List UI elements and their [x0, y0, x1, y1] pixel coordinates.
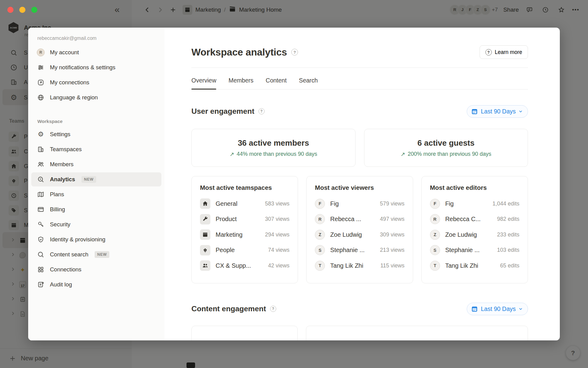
active-guests-card: 6 active guests ↗ 200% more than previou…	[364, 129, 528, 167]
title-divider	[191, 67, 528, 68]
stat-value: 6 active guests	[417, 138, 474, 148]
stat-value: 36 active members	[238, 138, 309, 148]
avatar: R	[315, 214, 325, 224]
settings-nav-notifications[interactable]: My notifications & settings	[31, 60, 161, 75]
list-item[interactable]: People 74 views	[200, 243, 289, 258]
settings-modal: rebeccamcakir@gmail.com R My account My …	[28, 28, 560, 340]
avatar: Z	[430, 230, 440, 240]
home-icon	[200, 198, 210, 209]
avatar: R	[430, 214, 440, 224]
avatar: F	[315, 199, 325, 209]
notion-app: ACME Acme Inc re S U A ⚙ S Teams P C	[0, 0, 588, 368]
tab-search[interactable]: Search	[299, 77, 318, 89]
settings-nav-content-search[interactable]: Content search NEW	[31, 247, 161, 262]
gear-icon: ⚙	[37, 130, 45, 138]
settings-nav-my-account[interactable]: R My account	[31, 45, 161, 59]
help-circle-icon[interactable]: ?	[270, 306, 276, 312]
settings-nav-connections-personal[interactable]: My connections	[31, 75, 161, 90]
date-range-dropdown[interactable]: Last 90 Days	[467, 105, 528, 118]
list-item[interactable]: Marketing 294 views	[200, 227, 289, 243]
analytics-tabs: Overview Members Content Search	[191, 77, 528, 90]
most-active-viewers-card: Most active viewers F Fig 579 views R Re…	[306, 176, 413, 283]
list-item[interactable]: General 583 views	[200, 196, 289, 212]
list-item[interactable]: R Rebecca ... 497 views	[315, 212, 404, 227]
list-item[interactable]: S Stephanie ... 213 views	[315, 243, 404, 258]
clapperboard-icon	[200, 229, 210, 240]
arrow-up-right-box-icon	[37, 79, 45, 86]
new-badge: NEW	[81, 176, 96, 183]
leaderboard-cards: Most active teamspaces General 583 views…	[191, 176, 528, 283]
tab-members[interactable]: Members	[228, 77, 253, 89]
search-icon	[37, 251, 45, 259]
settings-nav-members[interactable]: Members	[31, 157, 161, 171]
help-circle-icon[interactable]: ?	[258, 108, 265, 114]
settings-nav-audit-log[interactable]: Audit log	[31, 278, 161, 292]
calendar-icon	[471, 108, 478, 115]
analytics-search-icon	[37, 175, 45, 183]
list-item[interactable]: Z Zoe Ludwig 233 edits	[430, 227, 519, 243]
workspace-section-label: Workspace	[37, 119, 164, 124]
map-icon	[37, 190, 45, 198]
stat-delta: ↗ 44% more than previous 90 days	[230, 151, 317, 158]
people-icon	[200, 260, 210, 271]
stat-delta: ↗ 200% more than previous 90 days	[401, 151, 491, 158]
partial-card	[191, 326, 298, 340]
settings-content: Workspace analytics ? ? Learn more Overv…	[164, 28, 560, 340]
avatar: S	[430, 245, 440, 255]
zoom-window-button[interactable]	[31, 7, 37, 13]
partial-card	[306, 326, 528, 340]
tab-overview[interactable]: Overview	[191, 77, 216, 89]
flower-icon	[200, 245, 210, 255]
date-range-dropdown[interactable]: Last 90 Days	[467, 303, 528, 315]
page-title: Workspace analytics	[191, 47, 287, 58]
settings-nav-connections[interactable]: Connections	[31, 263, 161, 277]
list-item[interactable]: T Tang Lik Zhi 65 edits	[430, 258, 519, 274]
content-engagement-cards	[191, 326, 528, 340]
grid-icon	[37, 266, 45, 274]
user-engagement-heading: User engagement	[191, 107, 254, 116]
settings-nav-analytics[interactable]: Analytics NEW	[31, 172, 161, 186]
list-item[interactable]: CX & Supp... 42 views	[200, 258, 289, 274]
people-icon	[37, 160, 45, 168]
shield-check-icon	[37, 236, 45, 243]
avatar: S	[315, 245, 325, 255]
help-circle-icon: ?	[485, 49, 492, 56]
content-engagement-heading: Content engagement	[191, 305, 266, 313]
chevron-down-icon	[518, 307, 523, 311]
settings-nav-teamspaces[interactable]: Teamspaces	[31, 142, 161, 156]
list-item[interactable]: F Fig 1,044 edits	[430, 196, 519, 212]
help-circle-icon[interactable]: ?	[291, 49, 298, 56]
list-item[interactable]: S Stephanie ... 103 edits	[430, 243, 519, 258]
settings-nav-language-region[interactable]: Language & region	[31, 90, 161, 105]
chevron-down-icon	[518, 109, 523, 113]
key-icon	[37, 220, 45, 228]
trend-up-icon: ↗	[401, 151, 405, 158]
active-members-card: 36 active members ↗ 44% more than previo…	[191, 129, 356, 167]
minimize-window-button[interactable]	[19, 7, 25, 13]
list-item[interactable]: F Fig 579 views	[315, 196, 404, 212]
settings-nav-plans[interactable]: Plans	[31, 187, 161, 201]
user-avatar-icon: R	[37, 48, 45, 56]
list-item[interactable]: Product 307 views	[200, 212, 289, 227]
close-window-button[interactable]	[7, 7, 13, 13]
settings-nav: rebeccamcakir@gmail.com R My account My …	[28, 28, 164, 340]
settings-nav-billing[interactable]: Billing	[31, 202, 161, 217]
account-email: rebeccamcakir@gmail.com	[37, 36, 164, 41]
list-item[interactable]: Z Zoe Ludwig 309 views	[315, 227, 404, 243]
settings-nav-identity[interactable]: Identity & provisioning	[31, 232, 161, 247]
avatar: T	[430, 261, 440, 271]
avatar: F	[430, 199, 440, 209]
avatar: T	[315, 261, 325, 271]
globe-icon	[37, 94, 45, 102]
sliders-icon	[37, 63, 45, 71]
learn-more-button[interactable]: ? Learn more	[480, 45, 528, 59]
new-badge: NEW	[95, 251, 109, 258]
list-item[interactable]: T Tang Lik Zhi 115 views	[315, 258, 404, 274]
settings-nav-security[interactable]: Security	[31, 217, 161, 232]
building-icon	[37, 145, 45, 153]
tab-content[interactable]: Content	[266, 77, 287, 89]
window-controls	[7, 7, 37, 13]
settings-nav-settings[interactable]: ⚙ Settings	[31, 127, 161, 141]
list-item[interactable]: R Rebecca C... 982 edits	[430, 212, 519, 227]
stat-cards: 36 active members ↗ 44% more than previo…	[191, 129, 528, 167]
